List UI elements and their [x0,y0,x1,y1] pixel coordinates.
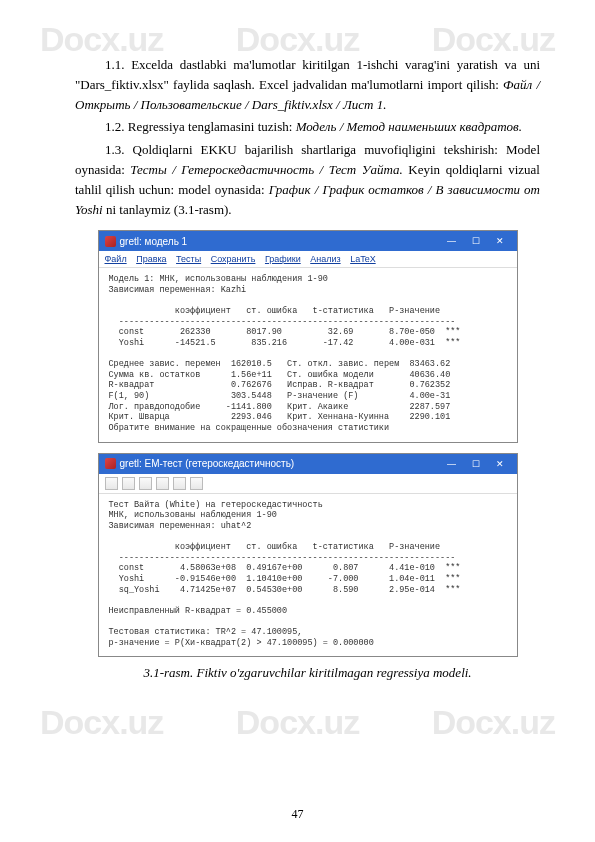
toolbar-2 [99,474,517,494]
close-button[interactable]: ✕ [489,233,511,249]
app-icon-2 [105,458,116,469]
wm-4: Docx.uz [40,703,163,742]
titlebar-1: gretl: модель 1 — ☐ ✕ [99,231,517,251]
window-controls-1: — ☐ ✕ [441,233,511,249]
p2-text: 1.2. Regressiya tenglamasini tuzish: [105,119,296,134]
wm-1: Docx.uz [40,20,163,59]
watermark-top: Docx.uz Docx.uz Docx.uz [0,0,595,59]
toolbar-button[interactable] [156,477,169,490]
titlebar-2: gretl: ЕМ-тест (гетероскедастичность) — … [99,454,517,474]
gretl-test-window: gretl: ЕМ-тест (гетероскедастичность) — … [98,453,518,658]
menu-tests[interactable]: Тесты [176,254,201,264]
minimize-button-2[interactable]: — [441,456,463,472]
paragraph-1: 1.1. Excelda dastlabki ma'lumotlar kirit… [75,55,540,115]
model-output-2: Тест Вайта (White) на гетероскедастичнос… [99,494,517,657]
menubar-1: Файл Правка Тесты Сохранить Графики Анал… [99,251,517,268]
p1-text: 1.1. Excelda dastlabki ma'lumotlar kirit… [75,57,540,92]
menu-file[interactable]: Файл [105,254,127,264]
wm-2: Docx.uz [236,20,359,59]
figure-caption: 3.1-rasm. Fiktiv o'zgaruvchilar kiritilm… [75,665,540,681]
window-title-1: gretl: модель 1 [120,236,188,247]
app-icon [105,236,116,247]
menu-analysis[interactable]: Анализ [310,254,340,264]
paragraph-3: 1.3. Qoldiqlarni EKKU bajarilish shartla… [75,140,540,221]
paragraph-2: 1.2. Regressiya tenglamasini tuzish: Мод… [75,117,540,137]
toolbar-button[interactable] [122,477,135,490]
maximize-button-2[interactable]: ☐ [465,456,487,472]
p3-text-c: ni tanlaymiz (3.1-rasm). [106,202,232,217]
toolbar-button[interactable] [190,477,203,490]
gretl-model-window: gretl: модель 1 — ☐ ✕ Файл Правка Тесты … [98,230,518,442]
wm-5: Docx.uz [236,703,359,742]
window-title-2: gretl: ЕМ-тест (гетероскедастичность) [120,458,295,469]
window-controls-2: — ☐ ✕ [441,456,511,472]
maximize-button[interactable]: ☐ [465,233,487,249]
menu-latex[interactable]: LaTeX [350,254,376,264]
p3-italic-1: Тесты / Гетероскедастичность / Тест Уайт… [130,162,402,177]
close-button-2[interactable]: ✕ [489,456,511,472]
page-number: 47 [0,807,595,822]
model-output-1: Модель 1: МНК, использованы наблюдения 1… [99,268,517,441]
menu-edit[interactable]: Правка [136,254,166,264]
menu-save[interactable]: Сохранить [211,254,256,264]
toolbar-button[interactable] [105,477,118,490]
p2-italic: Модель / Метод наименьших квадратов. [296,119,522,134]
wm-6: Docx.uz [432,703,555,742]
toolbar-button[interactable] [139,477,152,490]
minimize-button[interactable]: — [441,233,463,249]
menu-graphs[interactable]: Графики [265,254,301,264]
watermark-bottom: Docx.uz Docx.uz Docx.uz [0,683,595,742]
wm-3: Docx.uz [432,20,555,59]
toolbar-button[interactable] [173,477,186,490]
